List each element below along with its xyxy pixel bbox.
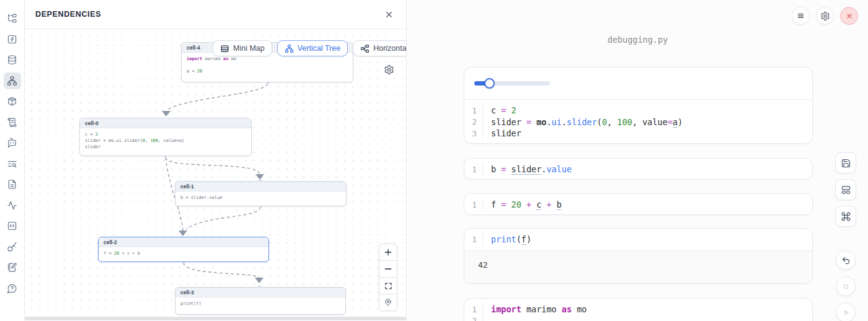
node-title: cell-2: [99, 237, 268, 247]
zoom-out-button[interactable]: [379, 260, 397, 278]
view-button-label: Vertical Tree: [298, 44, 340, 53]
graph-node-cell-0[interactable]: cell-0 c = 2slider = mo.ui.slider(0, 100…: [79, 118, 252, 156]
vertical-tree-view-button[interactable]: Vertical Tree: [277, 40, 348, 56]
horizontal-tree-icon: [360, 44, 370, 53]
sidebar-item-functions[interactable]: [4, 31, 21, 48]
slider-widget[interactable]: [474, 81, 550, 86]
gear-icon: [820, 11, 830, 21]
list-search-icon: [7, 159, 17, 169]
minimap-view-button[interactable]: Mini Map: [213, 40, 272, 56]
graph-node-cell-1[interactable]: cell-1 b = slider.value: [175, 181, 347, 206]
sidebar-item-logs[interactable]: [4, 114, 21, 131]
minimap-icon: [220, 44, 229, 53]
database-icon: [7, 55, 17, 65]
menu-icon: [796, 11, 805, 20]
cell-output-console: 42: [464, 250, 812, 284]
locate-node-button[interactable]: [379, 294, 397, 311]
code-editor[interactable]: 1b = slider.value: [464, 159, 812, 180]
zoom-in-button[interactable]: [379, 244, 397, 261]
key-icon: [7, 242, 17, 252]
dependency-graph-icon: [7, 76, 17, 86]
vertical-tree-icon: [285, 44, 294, 53]
notebook-menu-button[interactable]: [792, 7, 810, 25]
node-title: cell-3: [175, 288, 345, 297]
bot-message-icon: [7, 138, 17, 148]
undo-icon: [841, 256, 851, 265]
code-editor[interactable]: 1c = 22slider = mo.ui.slider(0, 100, val…: [464, 100, 812, 144]
node-code: b = slider.value: [175, 191, 346, 204]
view-button-label: Mini Map: [233, 44, 265, 53]
close-panel-button[interactable]: [383, 9, 395, 20]
panel-header: DEPENDENCIES: [25, 0, 406, 29]
fit-view-button[interactable]: [379, 277, 397, 294]
notebook-cell-import: 1import marimo as mo23a = 20: [464, 298, 813, 321]
stop-button[interactable]: [836, 276, 856, 296]
activity-icon: [7, 200, 17, 211]
sidebar-item-scratchpad[interactable]: [4, 259, 21, 276]
panel-title: DEPENDENCIES: [35, 10, 101, 19]
sidebar-item-file-tree[interactable]: [4, 10, 21, 27]
scroll-icon: [7, 117, 17, 128]
code-editor[interactable]: 1print(f): [464, 229, 812, 250]
code-editor[interactable]: 1f = 20 + c + b: [464, 194, 812, 215]
function-square-icon: [7, 34, 17, 45]
notebook-cell-print: 1print(f) 42: [464, 228, 813, 284]
sidebar-item-documentation[interactable]: [4, 176, 21, 193]
command-icon: [841, 211, 851, 222]
plus-icon: [384, 248, 392, 257]
sidebar-item-packages[interactable]: [4, 93, 21, 110]
notebook-area: debugging.py 1c = 22slider = mo.ui.slide…: [407, 0, 868, 321]
gear-icon: [384, 64, 394, 75]
sidebar-item-chat[interactable]: [4, 134, 21, 151]
graph-node-cell-3[interactable]: cell-3 print(f): [175, 287, 346, 315]
horizontal-scrollbar[interactable]: [25, 317, 406, 320]
slider-thumb[interactable]: [484, 78, 495, 89]
sidebar-item-snippets[interactable]: [4, 218, 21, 234]
run-button[interactable]: [836, 302, 856, 321]
graph-node-cell-2[interactable]: cell-2 f = 20 + c + b: [98, 237, 269, 262]
file-text-icon: [7, 179, 17, 190]
file-tree-icon: [7, 13, 17, 24]
notebook-filename[interactable]: debugging.py: [407, 35, 868, 45]
window-buttons: [792, 7, 858, 25]
shutdown-button[interactable]: [840, 7, 858, 25]
layout-select-button[interactable]: [835, 179, 856, 200]
left-icon-sidebar: [0, 0, 25, 321]
node-code: import marimo as moa = 20: [182, 53, 353, 77]
save-button[interactable]: [835, 152, 856, 174]
view-toggle-group: Mini Map Vertical Tree Horizontal Tree: [213, 40, 406, 56]
close-icon: [845, 12, 854, 20]
minus-icon: [384, 265, 392, 273]
sidebar-item-secrets[interactable]: [4, 239, 21, 255]
map-pin-icon: [384, 298, 392, 307]
view-button-label: Horizontal Tree: [373, 44, 406, 53]
maximize-icon: [384, 282, 392, 290]
notebook-pen-icon: [7, 262, 17, 273]
node-title: cell-0: [80, 118, 251, 128]
undo-button[interactable]: [836, 250, 856, 270]
notebook-cell-b: 1b = slider.value: [464, 158, 813, 180]
close-icon: [384, 10, 394, 19]
notebook-cell-f: 1f = 20 + c + b: [464, 193, 813, 215]
sidebar-item-help[interactable]: [4, 280, 21, 297]
layout-icon: [841, 185, 851, 195]
play-icon: [841, 308, 851, 317]
keyboard-shortcuts-button[interactable]: [835, 206, 856, 227]
node-code: f = 20 + c + b: [99, 247, 268, 260]
sidebar-item-tracing[interactable]: [4, 197, 21, 214]
horizontal-tree-view-button[interactable]: Horizontal Tree: [353, 40, 406, 56]
cell-output-slider: [464, 68, 812, 100]
sidebar-item-datasources[interactable]: [4, 51, 21, 68]
code-editor[interactable]: 1import marimo as mo23a = 20: [464, 299, 812, 321]
sidebar-item-text-search[interactable]: [4, 156, 21, 172]
notebook-settings-button[interactable]: [816, 7, 834, 25]
dependencies-panel: DEPENDENCIES cel: [25, 0, 407, 321]
notebook-cell-slider: 1c = 22slider = mo.ui.slider(0, 100, val…: [464, 67, 813, 144]
stop-icon: [841, 282, 851, 291]
node-code: print(f): [175, 297, 345, 310]
dependency-graph-canvas[interactable]: cell-4 import marimo as moa = 20 cell-0 …: [25, 29, 406, 317]
graph-settings-button[interactable]: [383, 63, 396, 76]
sidebar-item-dependencies[interactable]: [4, 73, 21, 89]
node-code: c = 2slider = mo.ui.slider(0, 100, value…: [80, 128, 251, 153]
package-icon: [7, 96, 17, 107]
